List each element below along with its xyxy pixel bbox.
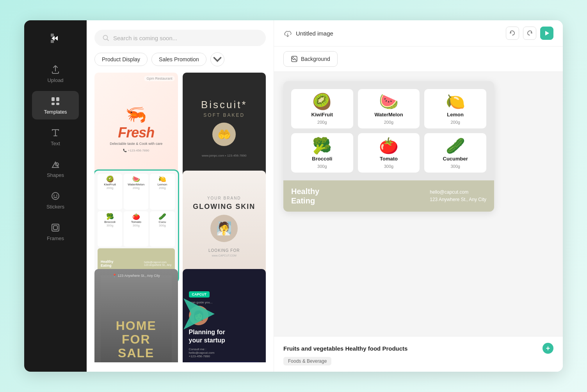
template-card-healthy[interactable]: 🥝KiwiFruit200g 🍉WaterMelon200g 🍋Lemon200…	[94, 171, 178, 282]
product-img-broccoli: 🥦	[312, 138, 332, 153]
right-header-actions	[506, 27, 553, 40]
product-name-broccoli: Broccoli	[312, 156, 332, 162]
sidebar-item-templates[interactable]: Templates	[32, 91, 79, 119]
product-weight-watermelon: 200g	[384, 120, 393, 125]
background-button[interactable]: Background	[283, 51, 338, 67]
frames-icon	[50, 222, 61, 233]
sidebar-item-upload-label: Upload	[47, 77, 63, 83]
shapes-icon	[50, 159, 61, 170]
tc-glowing-title: GLOWING SKIN	[193, 203, 255, 211]
background-icon	[291, 55, 298, 62]
sidebar-item-text[interactable]: Text	[32, 123, 79, 151]
footer-email: hello@capcut.com	[430, 189, 486, 196]
template-card-fresh[interactable]: Gpm Restaurant 🦐 Fresh Delectable taste …	[94, 73, 178, 184]
svg-rect-11	[52, 224, 59, 231]
info-panel: Fruits and vegetables Healthy food Produ…	[274, 336, 563, 372]
templates-icon	[50, 96, 61, 107]
background-button-label: Background	[301, 56, 330, 62]
redo-icon	[527, 30, 533, 36]
svg-rect-5	[52, 103, 55, 105]
product-item-broccoli: 🥦 Broccoli 300g	[291, 133, 353, 173]
template-card-planning[interactable]: CAPCUT I can guide you... 👩 Planning for…	[183, 269, 266, 362]
info-title-text: Fruits and vegetables Healthy food Produ…	[283, 345, 407, 352]
canvas-footer: HealthyEating hello@capcut.com 123 Anywh…	[283, 180, 494, 212]
undo-icon	[509, 30, 516, 36]
info-title: Fruits and vegetables Healthy food Produ…	[283, 343, 553, 354]
search-bar[interactable]: Search is coming soon...	[94, 30, 266, 46]
canvas-area: 🥝 KiwiFruit 200g 🍉 WaterMelon 200g 🍋 Lem…	[274, 72, 563, 336]
svg-point-9	[53, 195, 55, 196]
canvas-card: 🥝 KiwiFruit 200g 🍉 WaterMelon 200g 🍋 Lem…	[283, 81, 494, 212]
product-name-tomato: Tomato	[380, 156, 398, 162]
document-title: Untitled image	[296, 30, 333, 37]
tc-planning-title: Planning foryour startup	[189, 328, 260, 345]
redo-button[interactable]	[523, 27, 536, 40]
svg-rect-2	[51, 40, 54, 43]
filter-dropdown[interactable]	[210, 52, 224, 66]
template-card-biscuit[interactable]: Biscuit* SOFT BAKED 🤲 www.joinpc.com • 1…	[183, 73, 266, 184]
footer-contact: hello@capcut.com 123 Anywhere St., Any C…	[430, 189, 486, 203]
export-button[interactable]	[540, 27, 553, 40]
sidebar-item-upload[interactable]: Upload	[32, 59, 79, 88]
template-card-glowing[interactable]: YOUR BRAND GLOWING SKIN 🧖 LOOKING FOR ww…	[183, 171, 266, 282]
svg-rect-12	[53, 226, 57, 230]
left-panel: Search is coming soon... Product Display…	[87, 20, 274, 372]
sidebar-item-stickers[interactable]: Stickers	[32, 186, 79, 214]
footer-brand: HealthyEating	[291, 187, 319, 205]
sidebar-item-templates-label: Templates	[44, 109, 67, 115]
product-weight-lemon: 200g	[450, 120, 460, 125]
template-card-home[interactable]: 📍 123 Anywhere St., Any City HOMEFORSALE…	[94, 269, 178, 362]
product-weight-tomato: 300g	[384, 164, 393, 169]
svg-point-10	[56, 195, 57, 196]
tc-home-title: HOMEFORSALE	[116, 319, 157, 360]
product-weight-broccoli: 300g	[317, 164, 327, 169]
product-weight-kiwifruit: 200g	[317, 120, 327, 125]
tc-fresh-title: Fresh	[118, 125, 154, 141]
product-weight-cucumber: 300g	[450, 164, 460, 169]
footer-address: 123 Anywhere St., Any City	[430, 196, 486, 203]
product-item-kiwifruit: 🥝 KiwiFruit 200g	[291, 89, 353, 128]
sidebar: Upload Templates Text Shapes	[24, 20, 87, 372]
undo-button[interactable]	[506, 27, 519, 40]
product-img-kiwifruit: 🥝	[312, 94, 332, 109]
right-panel: Untitled image	[274, 20, 563, 372]
product-item-tomato: 🍅 Tomato 300g	[358, 133, 420, 173]
svg-rect-4	[56, 97, 59, 101]
templates-grid: Gpm Restaurant 🦐 Fresh Delectable taste …	[94, 73, 266, 362]
right-header-left: Untitled image	[283, 29, 333, 37]
product-name-watermelon: WaterMelon	[374, 112, 403, 118]
app-logo	[47, 30, 64, 48]
svg-rect-1	[51, 34, 54, 37]
sidebar-item-shapes[interactable]: Shapes	[32, 154, 79, 183]
product-img-cucumber: 🥒	[446, 138, 465, 153]
sidebar-item-frames[interactable]: Frames	[32, 217, 79, 246]
right-header: Untitled image	[274, 20, 563, 46]
chevron-down-icon	[211, 53, 224, 66]
export-icon	[544, 30, 550, 36]
product-img-lemon: 🍋	[446, 94, 465, 109]
product-name-lemon: Lemon	[447, 112, 464, 118]
svg-point-17	[293, 57, 294, 58]
stickers-icon	[50, 191, 61, 201]
add-button-label: +	[546, 344, 550, 353]
product-img-watermelon: 🍉	[379, 94, 398, 109]
svg-rect-3	[52, 97, 55, 101]
product-img-tomato: 🍅	[379, 138, 398, 153]
filter-row: Product Display Sales Promotion	[94, 52, 266, 66]
product-name-cucumber: Cucumber	[443, 156, 468, 162]
cloud-icon	[283, 29, 292, 37]
filter-sales-promotion[interactable]: Sales Promotion	[151, 53, 206, 66]
sidebar-item-stickers-label: Stickers	[46, 204, 64, 210]
sidebar-item-shapes-label: Shapes	[47, 172, 64, 178]
filter-product-display[interactable]: Product Display	[94, 53, 148, 66]
product-item-watermelon: 🍉 WaterMelon 200g	[358, 89, 420, 128]
toolbar-row: Background	[274, 46, 563, 72]
product-item-cucumber: 🥒 Cucumber 300g	[424, 133, 486, 173]
search-icon	[102, 34, 109, 41]
sidebar-item-text-label: Text	[51, 141, 60, 146]
product-item-lemon: 🍋 Lemon 200g	[424, 89, 486, 128]
add-button[interactable]: +	[543, 343, 553, 354]
product-name-kiwifruit: KiwiFruit	[311, 112, 333, 118]
product-grid: 🥝 KiwiFruit 200g 🍉 WaterMelon 200g 🍋 Lem…	[283, 81, 494, 180]
app-container: Upload Templates Text Shapes	[24, 20, 563, 372]
